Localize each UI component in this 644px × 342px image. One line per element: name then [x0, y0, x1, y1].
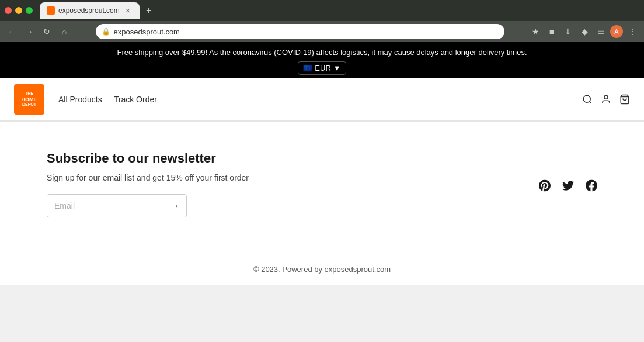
browser-tab[interactable]: exposedsprout.com ×	[40, 2, 140, 19]
svg-line-1	[589, 101, 591, 103]
new-tab-button[interactable]: +	[142, 4, 156, 18]
email-form: →	[47, 194, 187, 217]
logo-text: THE HOME DEPOT	[22, 91, 37, 108]
facebook-link[interactable]	[586, 180, 597, 195]
header-icons	[582, 94, 630, 105]
chevron-down-icon: ▼	[333, 64, 341, 72]
tab-title: exposedsprout.com	[58, 6, 120, 15]
menu-icon[interactable]: ⋮	[625, 25, 639, 39]
site-header: THE HOME DEPOT All Products Track Order	[0, 78, 644, 121]
flag-icon: 🇪🇺	[303, 64, 312, 72]
email-submit-button[interactable]: →	[163, 195, 187, 217]
close-button[interactable]	[5, 7, 12, 14]
arrow-right-icon: →	[170, 201, 180, 211]
home-button[interactable]: ⌂	[57, 25, 71, 39]
announcement-text: Free shipping over $49.99! As the corona…	[9, 48, 635, 57]
logo: THE HOME DEPOT	[14, 84, 44, 115]
cart-icon[interactable]	[619, 94, 630, 105]
nav-all-products[interactable]: All Products	[58, 95, 102, 104]
downloads-icon[interactable]: ⇓	[561, 25, 575, 39]
email-input[interactable]	[47, 195, 163, 216]
reload-button[interactable]: ↻	[40, 25, 54, 39]
extensions2-icon[interactable]: ◆	[577, 25, 591, 39]
currency-label: EUR	[315, 64, 330, 72]
footer: © 2023, Powered by exposedsprout.com	[0, 253, 644, 285]
tab-favicon	[47, 6, 55, 15]
main-content: Subscribe to our newsletter Sign up for …	[0, 122, 644, 253]
cast-icon[interactable]: ▭	[594, 25, 608, 39]
nav-track-order[interactable]: Track Order	[114, 95, 157, 104]
profile-avatar[interactable]: A	[610, 25, 623, 38]
bookmark-star-icon[interactable]: ★	[528, 25, 542, 39]
site-nav: All Products Track Order	[58, 95, 157, 104]
copyright-text: © 2023, Powered by exposedsprout.com	[253, 265, 391, 274]
lock-icon: 🔒	[102, 27, 110, 36]
twitter-link[interactable]	[562, 180, 574, 195]
svg-point-2	[604, 95, 608, 99]
account-icon[interactable]	[601, 94, 611, 105]
currency-selector[interactable]: 🇪🇺 EUR ▼	[298, 61, 346, 75]
forward-button[interactable]: →	[22, 25, 36, 39]
extensions-icon[interactable]: ■	[545, 25, 559, 39]
minimize-button[interactable]	[15, 7, 22, 14]
newsletter-subtitle: Sign up for our email list and get 15% o…	[47, 173, 339, 182]
logo-container[interactable]: THE HOME DEPOT	[14, 84, 44, 115]
pinterest-link[interactable]	[539, 180, 551, 195]
url-text: exposedsprout.com	[114, 27, 180, 36]
svg-point-0	[583, 95, 590, 102]
newsletter-section: Subscribe to our newsletter Sign up for …	[47, 151, 339, 217]
announcement-bar: Free shipping over $49.99! As the corona…	[0, 42, 644, 78]
maximize-button[interactable]	[26, 7, 33, 14]
back-button[interactable]: ←	[5, 25, 19, 39]
social-links	[539, 180, 597, 195]
address-bar[interactable]: 🔒 exposedsprout.com	[96, 24, 504, 39]
search-icon[interactable]	[582, 94, 593, 105]
tab-close-button[interactable]: ×	[123, 6, 133, 15]
newsletter-title: Subscribe to our newsletter	[47, 151, 339, 166]
